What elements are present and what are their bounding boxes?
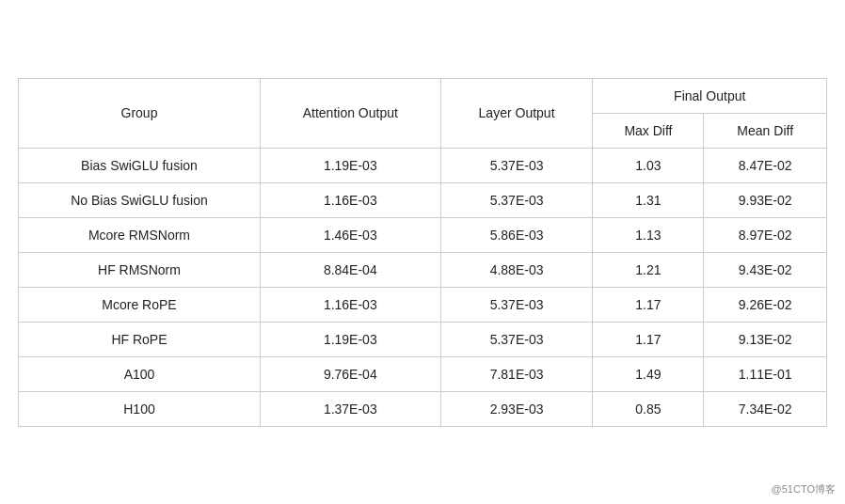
table-row: Mcore RoPE1.16E-035.37E-031.179.26E-02 [19, 287, 827, 322]
cell-layer_output: 4.88E-03 [440, 252, 593, 287]
cell-mean_diff: 8.97E-02 [704, 217, 827, 252]
cell-group: HF RoPE [19, 322, 261, 356]
table-row: HF RMSNorm8.84E-044.88E-031.219.43E-02 [19, 252, 827, 287]
table-wrapper: Group Attention Output Layer Output Fina… [18, 78, 827, 427]
cell-group: HF RMSNorm [19, 252, 261, 287]
cell-layer_output: 7.81E-03 [440, 356, 593, 391]
data-table: Group Attention Output Layer Output Fina… [18, 78, 827, 427]
col-header-final-output: Final Output [593, 78, 827, 113]
cell-layer_output: 5.37E-03 [440, 322, 593, 356]
cell-max_diff: 1.13 [593, 217, 704, 252]
table-row: HF RoPE1.19E-035.37E-031.179.13E-02 [19, 322, 827, 356]
table-row: H1001.37E-032.93E-030.857.34E-02 [19, 391, 827, 426]
cell-mean_diff: 9.13E-02 [704, 322, 827, 356]
table-row: A1009.76E-047.81E-031.491.11E-01 [19, 356, 827, 391]
cell-max_diff: 1.49 [593, 356, 704, 391]
cell-attention_output: 9.76E-04 [260, 356, 440, 391]
cell-layer_output: 5.37E-03 [440, 287, 593, 322]
cell-group: Mcore RMSNorm [19, 217, 261, 252]
header-row-1: Group Attention Output Layer Output Fina… [19, 78, 827, 113]
cell-group: No Bias SwiGLU fusion [19, 182, 261, 217]
cell-mean_diff: 7.34E-02 [704, 391, 827, 426]
cell-mean_diff: 9.26E-02 [704, 287, 827, 322]
cell-max_diff: 0.85 [593, 391, 704, 426]
cell-attention_output: 1.16E-03 [260, 182, 440, 217]
cell-layer_output: 5.86E-03 [440, 217, 593, 252]
cell-max_diff: 1.21 [593, 252, 704, 287]
cell-group: A100 [19, 356, 261, 391]
cell-attention_output: 1.16E-03 [260, 287, 440, 322]
cell-layer_output: 5.37E-03 [440, 182, 593, 217]
cell-max_diff: 1.03 [593, 148, 704, 182]
cell-layer_output: 5.37E-03 [440, 148, 593, 182]
col-header-attention-output: Attention Output [260, 78, 440, 148]
table-row: Bias SwiGLU fusion1.19E-035.37E-031.038.… [19, 148, 827, 182]
col-header-layer-output: Layer Output [440, 78, 593, 148]
cell-mean_diff: 9.93E-02 [704, 182, 827, 217]
cell-attention_output: 1.19E-03 [260, 322, 440, 356]
watermark: @51CTO博客 [772, 482, 836, 496]
cell-attention_output: 1.46E-03 [260, 217, 440, 252]
cell-group: H100 [19, 391, 261, 426]
table-row: No Bias SwiGLU fusion1.16E-035.37E-031.3… [19, 182, 827, 217]
table-row: Mcore RMSNorm1.46E-035.86E-031.138.97E-0… [19, 217, 827, 252]
cell-max_diff: 1.31 [593, 182, 704, 217]
cell-group: Bias SwiGLU fusion [19, 148, 261, 182]
col-header-mean-diff: Mean Diff [704, 113, 827, 148]
cell-group: Mcore RoPE [19, 287, 261, 322]
cell-attention_output: 1.19E-03 [260, 148, 440, 182]
cell-layer_output: 2.93E-03 [440, 391, 593, 426]
cell-attention_output: 8.84E-04 [260, 252, 440, 287]
cell-max_diff: 1.17 [593, 287, 704, 322]
cell-mean_diff: 1.11E-01 [704, 356, 827, 391]
cell-attention_output: 1.37E-03 [260, 391, 440, 426]
col-header-group: Group [19, 78, 261, 148]
cell-mean_diff: 8.47E-02 [704, 148, 827, 182]
cell-mean_diff: 9.43E-02 [704, 252, 827, 287]
cell-max_diff: 1.17 [593, 322, 704, 356]
col-header-max-diff: Max Diff [593, 113, 704, 148]
